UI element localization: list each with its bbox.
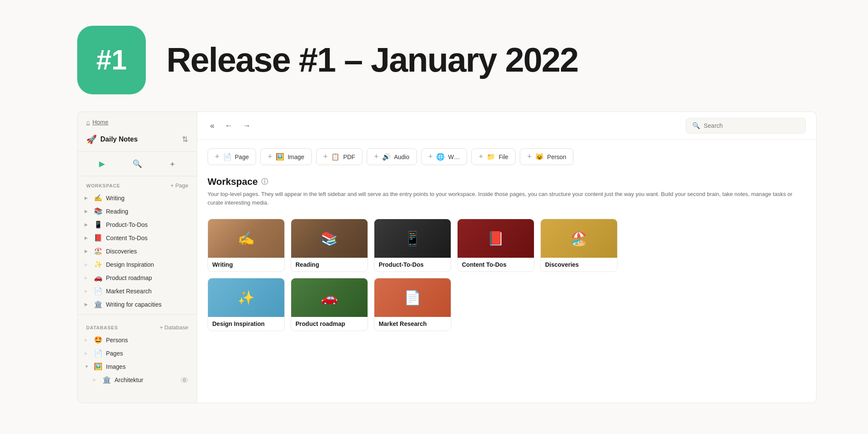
new-audio-button[interactable]: + 🔊 Audio bbox=[367, 148, 416, 165]
content-card-emoji: 📕 bbox=[487, 230, 504, 247]
right-panel: « ← → 🔍 + 📄 Page + 🖼️ Image + 📋 bbox=[197, 112, 817, 403]
cards-row-2: ✨ Design Inspiration 🚗 Product roadmap 📄… bbox=[197, 272, 816, 331]
databases-section-header: DATABASES + Database bbox=[78, 318, 197, 333]
search-input[interactable] bbox=[704, 122, 799, 129]
expand-arrow-icon: ▶ bbox=[84, 196, 90, 200]
roadmap-card-emoji: 🚗 bbox=[321, 289, 338, 306]
card-product-todos[interactable]: 📱 Product-To-Dos bbox=[374, 219, 451, 272]
sidebar-item-images[interactable]: ▼ 🖼️ Images bbox=[78, 360, 197, 373]
expand-arrow-icon: ▶ bbox=[84, 209, 90, 214]
workspace-name: 🚀 Daily Notes bbox=[86, 134, 138, 145]
card-writing[interactable]: ✍️ Writing bbox=[208, 219, 285, 272]
back-button[interactable]: ← bbox=[222, 120, 235, 132]
collapse-sidebar-button[interactable]: « bbox=[208, 120, 217, 132]
add-page-button[interactable]: + Page bbox=[170, 182, 188, 189]
plus-icon: + bbox=[215, 152, 220, 161]
sidebar-item-writing-capacities[interactable]: ▶ 🏛️ Writing for capacities bbox=[78, 298, 197, 311]
hero-icon-label: #1 bbox=[96, 44, 127, 76]
expand-arrow-icon: ▶ bbox=[84, 275, 90, 280]
new-audio-label: Audio bbox=[394, 154, 410, 160]
file-icon: 📁 bbox=[487, 153, 495, 161]
sidebar-item-architektur[interactable]: ▶ 🏛️ Architektur 0 bbox=[78, 373, 197, 386]
sidebar-add-button[interactable]: ＋ bbox=[165, 156, 180, 172]
sidebar-item-writing[interactable]: ▶ ✍️ Writing bbox=[78, 191, 197, 205]
card-discoveries-label: Discoveries bbox=[541, 258, 617, 271]
new-pdf-button[interactable]: + 📋 PDF bbox=[316, 148, 363, 165]
architektur-count: 0 bbox=[181, 377, 188, 383]
right-toolbar: « ← → 🔍 bbox=[197, 112, 816, 140]
card-market-image: 📄 bbox=[374, 278, 451, 317]
card-product-image: 📱 bbox=[374, 219, 451, 258]
design-card-emoji: ✨ bbox=[238, 289, 255, 306]
workspace-section: Workspace ⓘ Your top-level pages. They w… bbox=[197, 169, 816, 219]
sidebar-item-design-inspiration[interactable]: ▶ ✨ Design Inspiration bbox=[78, 258, 197, 271]
card-product-label: Product-To-Dos bbox=[374, 258, 451, 271]
expand-arrow-icon: ▶ bbox=[84, 338, 90, 342]
home-label: Home bbox=[92, 119, 108, 126]
new-file-button[interactable]: + 📁 File bbox=[471, 148, 515, 165]
workspace-emoji: 🚀 bbox=[86, 134, 97, 145]
card-roadmap-label: Product roadmap bbox=[291, 317, 368, 331]
new-pdf-label: PDF bbox=[343, 154, 355, 160]
workspace-section-title: Workspace ⓘ bbox=[208, 176, 806, 187]
card-roadmap[interactable]: 🚗 Product roadmap bbox=[291, 278, 368, 331]
expand-arrow-icon: ▶ bbox=[84, 302, 90, 307]
sidebar-item-pages[interactable]: ▶ 📄 Pages bbox=[78, 347, 197, 360]
image-icon: 🖼️ bbox=[276, 153, 284, 161]
plus-icon: + bbox=[428, 152, 433, 161]
card-design-label: Design Inspiration bbox=[208, 317, 284, 331]
new-image-button[interactable]: + 🖼️ Image bbox=[260, 148, 311, 165]
databases-section-label: DATABASES bbox=[86, 325, 118, 330]
sidebar-item-product-roadmap[interactable]: ▶ 🚗 Product roadmap bbox=[78, 271, 197, 284]
sidebar-item-reading[interactable]: ▶ 📚 Reading bbox=[78, 205, 197, 218]
sidebar-item-product-todos[interactable]: ▶ 📱 Product-To-Dos bbox=[78, 218, 197, 231]
sidebar-search-button[interactable]: 🔍 bbox=[130, 156, 145, 172]
hero-icon: #1 bbox=[77, 26, 146, 94]
new-web-button[interactable]: + 🌐 W… bbox=[421, 148, 467, 165]
new-person-button[interactable]: + 😺 Person bbox=[520, 148, 573, 165]
home-icon: ⌂ bbox=[86, 119, 90, 126]
sidebar-divider bbox=[78, 314, 197, 315]
card-reading[interactable]: 📚 Reading bbox=[291, 219, 368, 272]
product-card-emoji: 📱 bbox=[404, 230, 421, 247]
pdf-icon: 📋 bbox=[331, 153, 340, 161]
card-design[interactable]: ✨ Design Inspiration bbox=[208, 278, 285, 331]
sidebar-toolbar: ▶ 🔍 ＋ bbox=[78, 152, 197, 176]
plus-icon: + bbox=[374, 152, 379, 161]
cards-row-1: ✍️ Writing 📚 Reading 📱 Product-To-Dos 📕 bbox=[197, 219, 816, 272]
hero-title: Release #1 – January 2022 bbox=[166, 40, 578, 80]
plus-icon: + bbox=[479, 152, 483, 161]
card-discoveries[interactable]: 🏖️ Discoveries bbox=[540, 219, 618, 272]
card-writing-image: ✍️ bbox=[208, 219, 284, 258]
plus-icon: + bbox=[268, 152, 272, 161]
search-box[interactable]: 🔍 bbox=[686, 118, 806, 133]
new-page-button[interactable]: + 📄 Page bbox=[208, 148, 256, 165]
workspace-description: Your top-level pages. They will appear i… bbox=[208, 190, 806, 207]
sidebar-item-persons[interactable]: ▶ 🤩 Persons bbox=[78, 333, 197, 347]
plus-icon: + bbox=[527, 152, 532, 161]
audio-icon: 🔊 bbox=[382, 153, 391, 161]
add-database-button[interactable]: + Database bbox=[160, 324, 188, 331]
sidebar-header: ⌂ Home 🚀 Daily Notes ⇅ bbox=[78, 112, 197, 152]
home-link[interactable]: ⌂ Home bbox=[86, 119, 188, 126]
workspace-chevron-icon[interactable]: ⇅ bbox=[182, 135, 188, 144]
card-reading-label: Reading bbox=[291, 258, 368, 271]
card-content-image: 📕 bbox=[458, 219, 534, 258]
workspace-name-label: Daily Notes bbox=[100, 136, 138, 143]
forward-button[interactable]: → bbox=[240, 120, 253, 132]
sidebar-item-discoveries[interactable]: ▶ 🏖️ Discoveries bbox=[78, 244, 197, 258]
person-icon: 😺 bbox=[535, 153, 544, 161]
card-market[interactable]: 📄 Market Research bbox=[374, 278, 451, 331]
card-content-todos[interactable]: 📕 Content To-Dos bbox=[457, 219, 534, 272]
expand-arrow-icon: ▶ bbox=[93, 377, 99, 382]
expand-arrow-icon: ▶ bbox=[84, 351, 90, 356]
sidebar-play-button[interactable]: ▶ bbox=[94, 156, 110, 172]
sidebar-item-market-research[interactable]: ▶ 📄 Market Research bbox=[78, 284, 197, 298]
info-icon[interactable]: ⓘ bbox=[261, 178, 268, 187]
card-discoveries-image: 🏖️ bbox=[541, 219, 617, 258]
market-card-emoji: 📄 bbox=[404, 289, 421, 306]
card-reading-image: 📚 bbox=[291, 219, 368, 258]
expand-arrow-icon: ▶ bbox=[84, 289, 90, 293]
sidebar: ⌂ Home 🚀 Daily Notes ⇅ ▶ 🔍 ＋ WORKSPACE +… bbox=[77, 112, 197, 403]
sidebar-item-content-todos[interactable]: ▶ 📕 Content To-Dos bbox=[78, 231, 197, 244]
